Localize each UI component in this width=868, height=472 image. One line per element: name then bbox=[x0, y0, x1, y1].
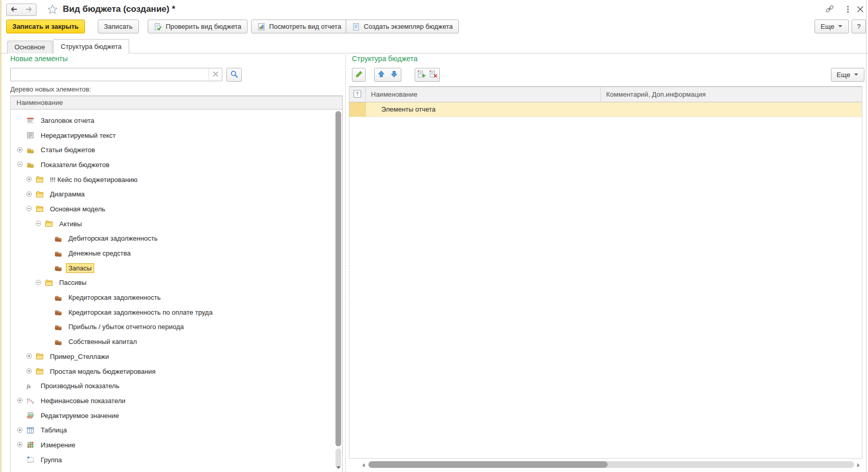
structure-table-body: Элементы отчета bbox=[349, 102, 862, 117]
expander-plus-icon[interactable] bbox=[26, 191, 32, 197]
tree-item[interactable]: Активы bbox=[11, 216, 334, 231]
more-button-structure[interactable]: Еще bbox=[831, 68, 864, 82]
tree-item[interactable]: fxПроизводный показатель bbox=[11, 378, 334, 393]
forward-button[interactable] bbox=[21, 4, 37, 16]
hscroll-left-arrow[interactable] bbox=[362, 463, 365, 467]
tree-scrollbar-thumb[interactable] bbox=[335, 111, 341, 446]
page-title: Вид бюджета (создание) * bbox=[63, 4, 175, 14]
view-report-button[interactable]: Посмотреть вид отчета bbox=[251, 20, 347, 33]
tree-item-label: Основная модель bbox=[47, 204, 108, 214]
expander-minus-icon[interactable] bbox=[36, 280, 42, 286]
favorite-star-button[interactable] bbox=[46, 4, 59, 16]
tree-item[interactable]: Группа bbox=[11, 452, 334, 467]
tree-item[interactable]: 123Нефинансовые показатели bbox=[11, 393, 334, 408]
tree-item-label: Производный показатель bbox=[38, 381, 122, 391]
new-elements-title: Новые элементы bbox=[10, 55, 67, 63]
tree-item-label: Диаграмма bbox=[47, 189, 87, 199]
tree-item[interactable]: Кредиторская задолженность по оплате тру… bbox=[11, 305, 334, 320]
hscroll-right-arrow[interactable] bbox=[857, 463, 860, 467]
coins-brown-icon bbox=[54, 323, 62, 331]
name-column-header[interactable]: Наименование bbox=[366, 87, 601, 102]
tree-item[interactable]: Редактируемое значение bbox=[11, 408, 334, 423]
check-budget-view-button[interactable]: Проверить вид бюджета bbox=[148, 20, 247, 33]
expander-minus-icon[interactable] bbox=[17, 161, 23, 168]
clear-search-button[interactable] bbox=[208, 68, 222, 81]
expander-minus-icon[interactable] bbox=[26, 206, 32, 212]
close-icon bbox=[856, 5, 864, 15]
tree-item-label: Пассивы bbox=[57, 278, 89, 287]
tree-item-label: Кредиторская задолженность по оплате тру… bbox=[66, 307, 215, 317]
search-button[interactable] bbox=[226, 68, 242, 82]
horizontal-scrollbar-track[interactable] bbox=[368, 461, 854, 468]
create-budget-instance-button[interactable]: Создать экземпляр бюджета bbox=[346, 20, 459, 33]
star-icon bbox=[47, 4, 58, 17]
expander-spacer bbox=[45, 295, 51, 301]
tree-item[interactable]: Нередактируемый текст bbox=[11, 128, 334, 143]
structure-table-row[interactable]: Элементы отчета bbox=[349, 102, 862, 117]
tree-item[interactable]: Таблица bbox=[11, 423, 334, 438]
move-down-button[interactable] bbox=[387, 68, 401, 82]
expander-minus-icon[interactable] bbox=[36, 221, 42, 227]
coins-gold-icon bbox=[26, 160, 34, 169]
tree-scrollbar-down-arrow[interactable] bbox=[336, 466, 341, 469]
tree-item[interactable]: Измерение bbox=[11, 438, 334, 452]
num123-icon: 123 bbox=[26, 396, 34, 405]
comment-column-header[interactable]: Комментарий, Доп.информация bbox=[601, 87, 862, 102]
tree-item[interactable]: Простая модель бюджетирования bbox=[11, 364, 334, 379]
tree-label: Дерево новых элементов: bbox=[10, 85, 91, 93]
help-button[interactable]: ? bbox=[852, 20, 866, 33]
report-header-icon bbox=[26, 116, 34, 124]
tree-item[interactable]: !!! Кейс по бюджетированию bbox=[11, 172, 334, 187]
tree-item[interactable]: Дебиторская задолженность bbox=[11, 231, 334, 246]
tree-indicator-column-header[interactable] bbox=[349, 87, 366, 102]
tree-item[interactable]: Денежные средства bbox=[11, 246, 334, 261]
save-button[interactable]: Записать bbox=[98, 20, 139, 33]
tab-budget-structure[interactable]: Структура бюджета bbox=[53, 39, 129, 53]
search-input[interactable] bbox=[11, 68, 208, 81]
tree-scrollbar-track[interactable] bbox=[335, 448, 341, 468]
get-link-button[interactable] bbox=[824, 5, 835, 15]
expander-plus-icon[interactable] bbox=[26, 176, 32, 183]
save-and-close-button[interactable]: Записать и закрыть bbox=[6, 20, 85, 33]
tree-item[interactable]: Собственный капитал bbox=[11, 334, 334, 349]
budget-structure-title: Структура бюджета bbox=[352, 55, 417, 63]
tree-item[interactable]: Запасы bbox=[11, 261, 334, 276]
horizontal-scrollbar-thumb[interactable] bbox=[368, 461, 608, 468]
save-close-label: Записать и закрыть bbox=[12, 23, 79, 30]
tab-main[interactable]: Основное bbox=[7, 41, 52, 53]
expander-plus-icon[interactable] bbox=[17, 442, 23, 448]
panel-splitter[interactable] bbox=[345, 55, 346, 472]
edit-element-button[interactable] bbox=[352, 68, 366, 82]
expander-plus-icon[interactable] bbox=[17, 397, 23, 404]
tree-item[interactable]: Кредиторская задолженность bbox=[11, 290, 334, 305]
row-name-cell: Элементы отчета bbox=[366, 102, 601, 117]
tree-item[interactable]: Пример_Стеллажи bbox=[11, 349, 334, 364]
coins-gold-icon bbox=[26, 146, 34, 154]
tree-item[interactable]: Прибыль / убыток отчетного периода bbox=[11, 320, 334, 335]
add-row-button[interactable] bbox=[415, 68, 428, 82]
tree-column-header[interactable]: Наименование bbox=[11, 96, 342, 110]
expander-plus-icon[interactable] bbox=[26, 353, 32, 359]
back-arrow-icon bbox=[10, 5, 18, 15]
tree-item[interactable]: Пассивы bbox=[11, 276, 334, 291]
coins-brown-icon bbox=[54, 308, 62, 316]
delete-row-button[interactable] bbox=[427, 68, 440, 82]
window-menu-button[interactable] bbox=[843, 5, 853, 15]
group-icon bbox=[26, 456, 34, 464]
more-button-top[interactable]: Еще bbox=[814, 20, 849, 33]
tree-item[interactable]: Заголовок отчета bbox=[11, 113, 334, 128]
tree-item[interactable]: Статьи бюджетов bbox=[11, 142, 334, 157]
tree-item[interactable]: Основная модель bbox=[11, 202, 334, 216]
editable-value-icon bbox=[26, 411, 34, 420]
document-icon bbox=[352, 23, 360, 31]
expander-plus-icon[interactable] bbox=[17, 427, 23, 433]
tree-item[interactable]: Диаграмма bbox=[11, 187, 334, 202]
tab-strip-border bbox=[0, 53, 868, 53]
expander-plus-icon[interactable] bbox=[26, 368, 32, 374]
move-up-button[interactable] bbox=[374, 68, 388, 82]
tree-vertical-scrollbar[interactable] bbox=[335, 110, 341, 472]
back-button[interactable] bbox=[6, 4, 22, 16]
tree-item[interactable]: Показатели бюджетов bbox=[11, 157, 334, 172]
close-window-button[interactable] bbox=[855, 5, 865, 15]
expander-plus-icon[interactable] bbox=[17, 147, 23, 153]
